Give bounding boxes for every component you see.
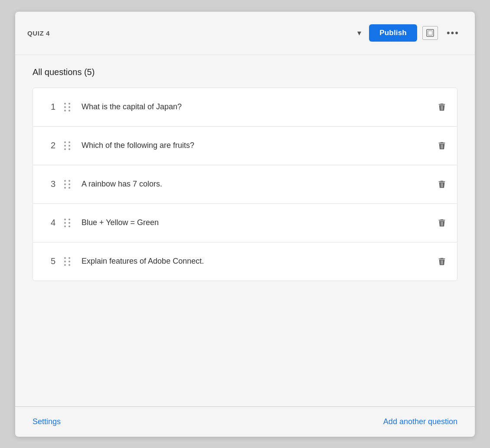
question-text: Explain features of Adobe Connect. — [82, 257, 434, 266]
question-number: 4 — [40, 218, 56, 228]
table-row: 3A rainbow has 7 colors. — [33, 165, 457, 204]
questions-list: 1What is the capital of Japan? 2Which of… — [33, 88, 457, 281]
question-text: Which of the following are fruits? — [82, 141, 434, 150]
quiz-title: QUIZ 4 — [27, 29, 350, 37]
table-row: 1What is the capital of Japan? — [33, 88, 457, 127]
question-text: A rainbow has 7 colors. — [82, 180, 434, 189]
delete-question-button[interactable] — [434, 99, 450, 115]
delete-question-button[interactable] — [434, 137, 450, 154]
more-options-icon[interactable]: ••• — [443, 26, 463, 40]
table-row: 2Which of the following are fruits? — [33, 126, 457, 165]
svg-rect-0 — [427, 29, 434, 36]
delete-question-button[interactable] — [434, 253, 450, 270]
panel-footer: Settings Add another question — [15, 406, 475, 437]
question-text: What is the capital of Japan? — [82, 102, 434, 111]
panel-header: QUIZ 4 ▾ Publish ••• — [15, 12, 475, 55]
settings-button[interactable]: Settings — [33, 417, 61, 426]
quiz-panel: QUIZ 4 ▾ Publish ••• All questions (5) 1… — [15, 12, 475, 437]
drag-handle-icon[interactable] — [64, 219, 71, 227]
delete-question-button[interactable] — [434, 176, 450, 193]
question-text: Blue + Yellow = Green — [82, 218, 434, 227]
drag-handle-icon[interactable] — [64, 141, 71, 150]
table-row: 4Blue + Yellow = Green — [33, 203, 457, 242]
drag-handle-icon[interactable] — [64, 103, 71, 111]
svg-rect-1 — [428, 31, 432, 35]
question-number: 5 — [40, 256, 56, 266]
question-number: 1 — [40, 102, 56, 112]
all-questions-heading: All questions (5) — [33, 67, 457, 77]
table-row: 5Explain features of Adobe Connect. — [33, 242, 457, 281]
add-another-question-button[interactable]: Add another question — [383, 417, 457, 426]
drag-handle-icon[interactable] — [64, 180, 71, 189]
delete-question-button[interactable] — [434, 215, 450, 231]
chevron-down-icon[interactable]: ▾ — [355, 26, 364, 40]
main-content: All questions (5) 1What is the capital o… — [15, 55, 475, 406]
question-number: 2 — [40, 141, 56, 150]
fullscreen-icon[interactable] — [422, 26, 438, 40]
drag-handle-icon[interactable] — [64, 257, 71, 266]
question-number: 3 — [40, 179, 56, 189]
publish-button[interactable]: Publish — [369, 24, 417, 42]
